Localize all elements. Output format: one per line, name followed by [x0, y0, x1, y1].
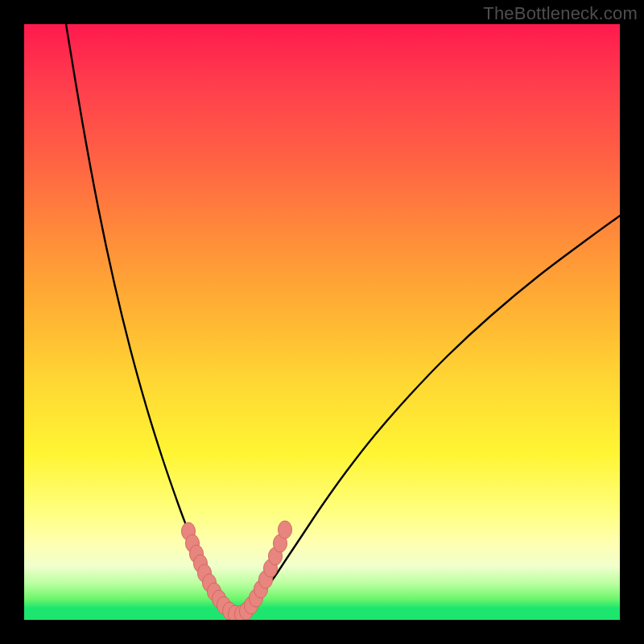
- marker-cluster: [182, 521, 292, 620]
- watermark-text: TheBottleneck.com: [483, 3, 638, 24]
- v-curve: [66, 24, 620, 616]
- outer-frame: TheBottleneck.com: [0, 0, 644, 644]
- bottleneck-curve: [66, 24, 620, 616]
- plot-area: [24, 24, 620, 620]
- curve-layer: [24, 24, 620, 620]
- marker-bead: [279, 521, 292, 539]
